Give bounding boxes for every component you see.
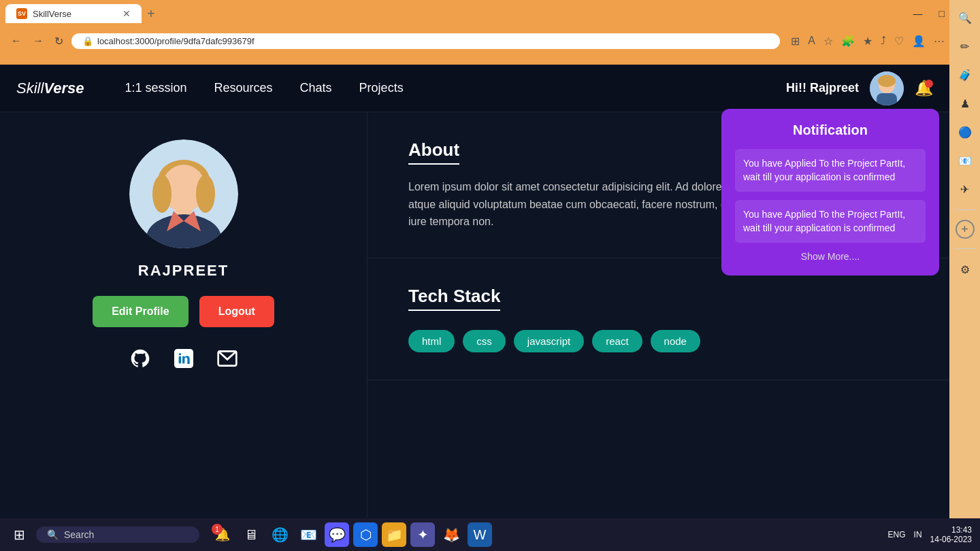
heart-icon[interactable]: ♡: [894, 35, 904, 48]
logo[interactable]: SkillVerse: [16, 80, 84, 97]
taskbar-edge-icon[interactable]: 🌐: [267, 522, 292, 547]
navbar: SkillVerse 1:1 session Resources Chats P…: [0, 65, 949, 112]
tab-title: SkillVerse: [33, 9, 71, 19]
profile-username: RAJPREET: [138, 262, 229, 280]
minimize-button[interactable]: —: [908, 5, 928, 22]
circle-sidebar-icon[interactable]: 🔵: [954, 121, 976, 143]
email-sidebar-icon[interactable]: 📧: [954, 150, 976, 171]
tab-close-button[interactable]: ✕: [122, 8, 131, 19]
sidebar-divider-2: [955, 248, 975, 249]
notification-title: Notification: [735, 122, 926, 138]
svg-point-3: [878, 75, 896, 87]
url-text: localhost:3000/profile/9dfa7dafc993679f: [97, 36, 255, 46]
taskbar-search-icon: 🔍: [47, 529, 59, 540]
notification-bell-button[interactable]: 🔔: [915, 80, 933, 97]
tab-favicon: SV: [16, 8, 27, 19]
taskbar-app-1[interactable]: 🔔 1: [210, 522, 235, 547]
bag-sidebar-icon[interactable]: 🧳: [954, 64, 976, 86]
taskbar-app-icons: 🔔 1 🖥 🌐 📧 💬 ⬡ 📁 ✦ 🦊 W: [210, 522, 492, 547]
taskbar-teams-icon[interactable]: 💬: [325, 522, 349, 547]
svg-point-11: [152, 175, 172, 213]
tech-tag[interactable]: css: [463, 330, 506, 352]
nav-avatar[interactable]: [870, 71, 904, 105]
search-sidebar-icon[interactable]: 🔍: [954, 7, 976, 29]
profile-avatar: [129, 139, 238, 248]
font-icon[interactable]: A: [808, 35, 815, 48]
notification-popup: Notification You have Applied To the Pro…: [721, 109, 939, 276]
taskbar-explorer-icon[interactable]: 📁: [382, 522, 406, 547]
share-icon[interactable]: ⤴: [881, 35, 886, 48]
grid-icon[interactable]: ⊞: [791, 35, 800, 48]
taskbar-word-icon[interactable]: W: [468, 522, 492, 547]
taskbar-mail-icon[interactable]: 📧: [296, 522, 321, 547]
taskbar-search-label: Search: [64, 529, 94, 540]
profile-buttons: Edit Profile Logout: [93, 296, 274, 327]
settings-sidebar-icon[interactable]: ⚙: [954, 258, 976, 280]
taskbar-region: IN: [914, 530, 922, 539]
taskbar-vscode-icon[interactable]: ⬡: [353, 522, 378, 547]
about-title: About: [408, 139, 459, 165]
taskbar-notification-badge: 1: [212, 524, 223, 535]
forward-button[interactable]: →: [30, 32, 46, 50]
svg-rect-2: [877, 93, 897, 105]
nav-right: Hi!! Rajpreet 🔔: [786, 71, 933, 105]
nav-links: 1:1 session Resources Chats Projects: [125, 81, 403, 95]
greeting-text: Hi!! Rajpreet: [786, 81, 859, 95]
telegram-sidebar-icon[interactable]: ✈: [954, 178, 976, 200]
svg-point-12: [196, 175, 215, 213]
new-tab-button[interactable]: +: [147, 6, 155, 22]
sidebar-divider: [955, 210, 975, 210]
back-button[interactable]: ←: [8, 32, 24, 50]
toolbar-icons: ⊞ A ☆ 🧩 ★ ⤴ ♡ 👤 ⋯: [791, 35, 945, 48]
profile-icon[interactable]: 👤: [912, 35, 926, 48]
logout-button[interactable]: Logout: [199, 296, 274, 327]
address-bar[interactable]: 🔒 localhost:3000/profile/9dfa7dafc993679…: [71, 33, 780, 49]
taskbar-date-text: 14-06-2023: [930, 535, 972, 544]
taskbar-language: ENG: [888, 530, 906, 539]
taskbar: ⊞ 🔍 Search 🔔 1 🖥 🌐 📧 💬 ⬡ 📁 ✦ 🦊 W ENG IN …: [0, 518, 980, 551]
refresh-button[interactable]: ↻: [52, 32, 66, 50]
tech-stack-title: Tech Stack: [408, 286, 500, 311]
email-icon[interactable]: [216, 348, 238, 374]
nav-link-session[interactable]: 1:1 session: [125, 81, 186, 95]
show-more-button[interactable]: Show More....: [735, 251, 926, 262]
nav-link-resources[interactable]: Resources: [214, 81, 273, 95]
taskbar-copilot-icon[interactable]: ✦: [410, 522, 435, 547]
tech-stack-section: Tech Stack htmlcssjavascriptreactnode: [368, 258, 949, 380]
maximize-button[interactable]: □: [934, 5, 950, 22]
taskbar-time-text: 13:43: [930, 525, 972, 535]
tech-tag[interactable]: html: [408, 330, 455, 352]
favorites-icon[interactable]: ★: [863, 35, 872, 48]
extension-icon[interactable]: 🧩: [841, 35, 855, 48]
taskbar-firefox-icon[interactable]: 🦊: [439, 522, 463, 547]
github-icon[interactable]: [129, 348, 151, 374]
tech-tags: htmlcssjavascriptreactnode: [408, 330, 909, 352]
taskbar-clock: 13:43 14-06-2023: [930, 525, 972, 544]
taskbar-windows-icon[interactable]: 🖥: [239, 522, 263, 547]
tech-tag[interactable]: javascript: [514, 330, 584, 352]
nav-link-projects[interactable]: Projects: [359, 81, 404, 95]
social-links: [129, 348, 238, 374]
edit-sidebar-icon[interactable]: ✏: [954, 35, 976, 57]
browser-sidebar: 🔍 ✏ 🧳 ♟ 🔵 📧 ✈ + ⚙: [949, 0, 980, 551]
notification-item-1: You have Applied To the Project PartIt, …: [735, 149, 926, 192]
notification-badge: [925, 80, 933, 88]
taskbar-search-box[interactable]: 🔍 Search: [36, 527, 199, 543]
tech-tag[interactable]: react: [592, 330, 642, 352]
tech-tag[interactable]: node: [651, 330, 700, 352]
left-panel: RAJPREET Edit Profile Logout: [0, 112, 368, 551]
linkedin-icon[interactable]: [173, 348, 195, 374]
game-sidebar-icon[interactable]: ♟: [954, 93, 976, 114]
notification-item-2: You have Applied To the Project PartIt, …: [735, 200, 926, 243]
menu-icon[interactable]: ⋯: [934, 35, 945, 48]
edit-profile-button[interactable]: Edit Profile: [93, 296, 188, 327]
add-sidebar-icon[interactable]: +: [956, 220, 975, 239]
taskbar-right: ENG IN 13:43 14-06-2023: [888, 525, 972, 544]
star-icon[interactable]: ☆: [823, 35, 833, 48]
nav-link-chats[interactable]: Chats: [300, 81, 332, 95]
browser-tab[interactable]: SV SkillVerse ✕: [5, 4, 142, 23]
start-button[interactable]: ⊞: [8, 524, 31, 546]
